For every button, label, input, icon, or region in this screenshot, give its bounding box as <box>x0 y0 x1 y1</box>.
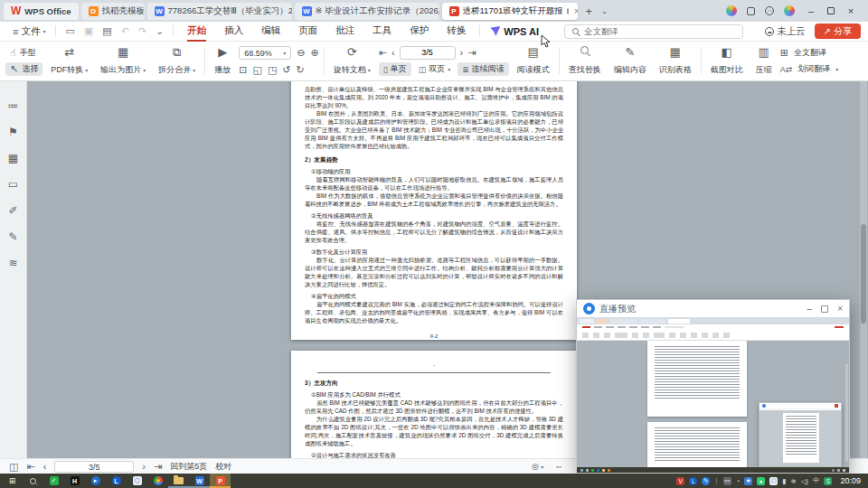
search-input[interactable] <box>584 26 720 36</box>
play-button[interactable]: ▶ 播放 <box>208 42 237 80</box>
first-page-icon[interactable]: ⇤ <box>26 461 34 473</box>
battery-icon[interactable]: ▮ <box>782 477 786 485</box>
preview-close-button[interactable]: × <box>837 304 843 314</box>
taskbar-app-blue[interactable]: ▸ <box>85 474 106 488</box>
page-nav-input[interactable] <box>400 46 456 60</box>
preview-minimize-button[interactable]: – <box>807 304 813 314</box>
first-page-icon[interactable]: ⇤ <box>379 47 387 59</box>
attachment-icon[interactable]: ✐ <box>8 204 17 217</box>
back-to-page-button[interactable]: 回到第5页 <box>170 461 207 473</box>
theme-icon[interactable] <box>726 5 737 16</box>
wifi-icon[interactable]: ≋ <box>790 477 796 485</box>
proofread-button[interactable]: 校对 <box>215 461 231 473</box>
zoom-out-icon[interactable]: ⊖ <box>297 47 305 59</box>
tab-list-caret-icon[interactable]: ⌄ <box>598 7 611 15</box>
pdf-convert-button[interactable]: ⇄ PDF转换▾ <box>44 42 94 80</box>
comments-icon[interactable]: ▭ <box>8 178 18 191</box>
volume-icon[interactable]: ◁) <box>801 477 808 485</box>
cloud-status[interactable]: ☁ 未上云 <box>765 25 806 38</box>
taskbar-wps-pdf-active[interactable]: P <box>210 474 231 488</box>
edit-content-button[interactable]: ✎ 编辑内容 <box>608 42 653 80</box>
single-page-button[interactable]: ▯ 单页 <box>379 62 411 76</box>
eye-protect-icon[interactable]: ◎ ▾ <box>532 462 543 471</box>
pdf-page-3[interactable]: . 3）主攻方向 ①BIM 应用多为 CAD/BIM 并行模式 虽然 BIM 技… <box>291 351 577 458</box>
open-file-icon[interactable]: ▭ <box>61 25 79 37</box>
comment-icon[interactable] <box>567 8 569 14</box>
live-preview-window[interactable]: 直播预览 – × <box>576 299 850 474</box>
save-icon[interactable]: ▣ <box>80 25 98 37</box>
next-page-icon[interactable]: › <box>142 461 146 472</box>
taskbar-app-cube[interactable]: ⬡ <box>127 474 147 488</box>
tab-protect[interactable]: 保护 <box>401 23 438 40</box>
layout-icon[interactable] <box>747 7 755 15</box>
wps-ai-button[interactable]: WPS AI <box>485 26 544 37</box>
stamp-icon[interactable]: ≋ <box>8 257 17 269</box>
tray-chat-icon[interactable]: ● <box>757 477 765 485</box>
tray-s-icon[interactable]: S <box>824 477 832 485</box>
actual-size-icon[interactable]: ⊡ <box>239 64 247 76</box>
export-image-button[interactable]: ▦ 输出为图片▾ <box>94 42 152 80</box>
preview-restore-button[interactable] <box>821 305 828 313</box>
close-button[interactable]: × <box>844 5 857 16</box>
last-page-icon[interactable]: ⇥ <box>467 47 476 59</box>
tray-security-icon[interactable]: V <box>676 477 684 485</box>
screenshot-compare-button[interactable]: ◧ 截图对比 <box>704 42 750 80</box>
prev-page-icon[interactable]: ‹ <box>43 461 47 472</box>
word-translate-button[interactable]: A⇄ 划词翻译▾ <box>780 63 839 75</box>
find-replace-button[interactable]: 查找替换 <box>562 42 608 80</box>
tray-pen-icon[interactable]: ✎ <box>702 477 710 485</box>
scrollbar-thumb[interactable] <box>861 224 866 324</box>
chrome-icon[interactable] <box>147 474 168 488</box>
tab-doc-2[interactable]: W ※ 毕业设计工作安排记录（2026届 <box>295 3 439 20</box>
fit-window-icon[interactable]: ⇔ <box>554 462 562 471</box>
next-page-icon[interactable]: › <box>460 47 464 58</box>
tab-comment[interactable]: 批注 <box>326 23 363 40</box>
tab-tools[interactable]: 工具 <box>363 23 401 40</box>
undo-icon[interactable]: ↶ <box>117 25 134 37</box>
zoom-in-icon[interactable]: ⊕ <box>310 47 318 59</box>
tray-clock-icon[interactable]: L <box>689 477 697 485</box>
split-merge-button[interactable]: ⧉ 拆分合并▾ <box>152 42 202 80</box>
rotate-right-icon[interactable]: ↻ <box>297 64 305 76</box>
tab-edit[interactable]: 编辑 <box>252 23 289 40</box>
tray-mic-icon[interactable]: ᛁ <box>714 477 719 485</box>
minimize-button[interactable]: – <box>805 5 817 16</box>
search-box[interactable] <box>564 24 743 39</box>
file-explorer-button[interactable] <box>168 474 189 488</box>
fit-width-icon[interactable]: ◱ <box>252 64 261 76</box>
bookmark-icon[interactable]: ⚑ <box>8 126 18 138</box>
rotate-left-icon[interactable]: ↺ <box>282 64 290 76</box>
rotate-doc-button[interactable]: ⟳ 旋转文档▾ <box>327 42 377 80</box>
preview-title-bar[interactable]: 直播预览 – × <box>577 300 849 317</box>
full-translate-button[interactable]: ⊞ 全文翻译 <box>780 47 839 59</box>
file-menu-button[interactable]: ≡ 文件 ▾ <box>7 25 51 38</box>
close-tab-icon[interactable]: × <box>572 6 578 16</box>
share-button[interactable]: ↗ 分享 <box>815 23 861 39</box>
tab-convert[interactable]: 转换 <box>438 23 475 40</box>
zoom-level-dropdown[interactable]: 68.59%▾ <box>239 46 291 60</box>
images-icon[interactable]: ▦ <box>8 152 18 164</box>
tab-active-pdf[interactable]: P 道桥11701班钟文轩开题报 × <box>442 3 578 20</box>
start-button[interactable]: ⊞ <box>2 474 23 488</box>
tray-star-icon[interactable]: ★ <box>744 477 752 485</box>
print-icon[interactable]: ▤ <box>98 25 116 37</box>
thumbnail-panel-icon[interactable]: ◫ <box>9 461 18 473</box>
last-page-icon[interactable]: ⇥ <box>154 461 162 473</box>
double-page-button[interactable]: ◫ 双页▾ <box>414 62 456 76</box>
tray-cast-icon[interactable]: ▭ <box>723 477 731 485</box>
pdf-page-2[interactable]: 息勘察、设计单位以及特级、一级房屋建筑工程施工企业应掌握并实现 BIM 与企业管… <box>291 81 577 340</box>
globe-icon[interactable]: ◠ <box>765 6 774 15</box>
taskbar-app-l[interactable]: L <box>106 474 127 488</box>
tray-cube-icon[interactable]: ⬡ <box>769 477 778 485</box>
detect-table-button[interactable]: ▦ 识别表格 <box>653 42 698 80</box>
vertical-scrollbar[interactable] <box>860 81 867 458</box>
tab-home[interactable]: 开始 <box>178 23 215 40</box>
tray-update-icon[interactable]: ◔ <box>736 477 741 485</box>
tab-docer-template[interactable]: D 找稻壳模板 <box>81 3 145 20</box>
input-method-indicator[interactable]: 中 <box>813 476 820 485</box>
taskbar-search-button[interactable] <box>23 474 43 488</box>
continuous-read-button[interactable]: ≣ 连续阅读 <box>458 62 509 76</box>
page-number-field[interactable] <box>401 48 455 57</box>
tab-doc-1[interactable]: W 778266工学交替Ⅲ（毕业实习）24 <box>147 3 292 20</box>
fit-page-icon[interactable]: ◳ <box>268 64 277 76</box>
